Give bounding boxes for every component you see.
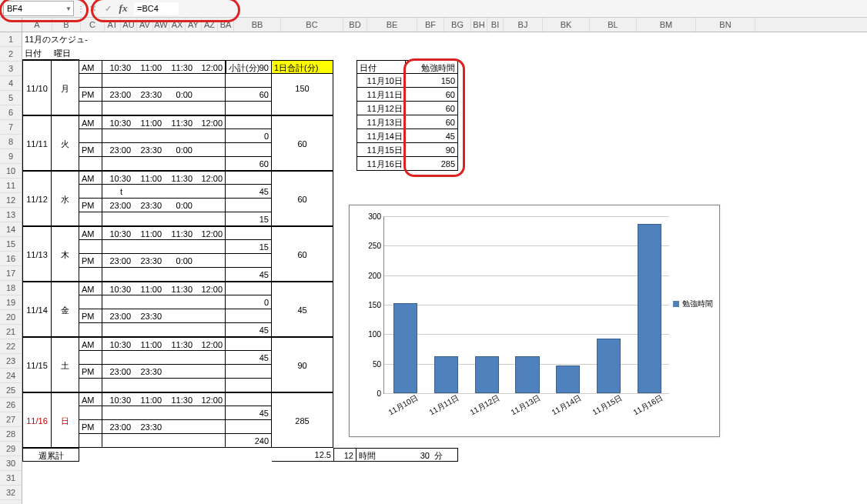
blank[interactable] bbox=[79, 212, 102, 226]
schedule-weekday[interactable]: 日 bbox=[52, 392, 79, 448]
blank[interactable] bbox=[210, 268, 226, 282]
am-time[interactable]: 11:00 bbox=[133, 115, 164, 129]
day-total[interactable]: 60 bbox=[272, 115, 333, 171]
column-header-BI[interactable]: BI bbox=[487, 18, 504, 32]
subtotal-cell[interactable]: 45 bbox=[226, 185, 272, 199]
am-time[interactable]: 11:30 bbox=[164, 115, 195, 129]
week-total-label[interactable]: 週累計 bbox=[22, 448, 79, 462]
blank[interactable]: t bbox=[118, 185, 133, 199]
blank[interactable] bbox=[118, 212, 133, 226]
blank[interactable] bbox=[102, 129, 118, 143]
sum-val[interactable]: 45 bbox=[406, 129, 458, 143]
blank[interactable] bbox=[79, 185, 102, 199]
column-header-BN[interactable]: BN bbox=[696, 18, 755, 32]
subtotal-cell[interactable]: 45 bbox=[226, 323, 272, 337]
blank[interactable] bbox=[118, 379, 133, 392]
subtotal-cell[interactable]: 90 bbox=[226, 60, 272, 74]
blank[interactable] bbox=[118, 102, 133, 115]
blank[interactable] bbox=[164, 323, 179, 337]
blank[interactable] bbox=[102, 212, 118, 226]
row-header-27[interactable]: 27 bbox=[0, 412, 22, 427]
blank[interactable] bbox=[179, 268, 195, 282]
confirm-icon[interactable]: ✓ bbox=[100, 2, 115, 15]
column-header-BK[interactable]: BK bbox=[543, 18, 590, 32]
row-header-16[interactable]: 16 bbox=[0, 252, 22, 266]
blank[interactable] bbox=[118, 157, 133, 171]
row-header-6[interactable]: 6 bbox=[0, 105, 22, 120]
blank[interactable] bbox=[210, 323, 226, 337]
blank[interactable] bbox=[195, 212, 210, 226]
blank[interactable] bbox=[133, 102, 149, 115]
row-header-20[interactable]: 20 bbox=[0, 310, 22, 325]
blank[interactable] bbox=[164, 212, 179, 226]
schedule-date[interactable]: 11/10 bbox=[22, 60, 52, 115]
pm-time[interactable]: 0:00 bbox=[164, 254, 195, 268]
week-hours-label[interactable]: 時間 bbox=[357, 448, 406, 462]
column-header-BA[interactable]: BA bbox=[218, 18, 234, 32]
blank[interactable] bbox=[179, 129, 195, 143]
subtotal-cell[interactable] bbox=[226, 171, 272, 185]
blank[interactable] bbox=[179, 379, 195, 392]
blank[interactable] bbox=[102, 102, 118, 115]
label-pm[interactable]: PM bbox=[79, 420, 102, 434]
am-time[interactable]: 11:00 bbox=[133, 226, 164, 240]
am-time[interactable]: 11:30 bbox=[164, 392, 195, 406]
column-header-BB[interactable]: BB bbox=[234, 18, 281, 32]
subtotal-cell[interactable]: 15 bbox=[226, 212, 272, 226]
hdr-date[interactable]: 日付 bbox=[22, 46, 52, 60]
blank[interactable] bbox=[195, 406, 210, 420]
blank[interactable] bbox=[102, 185, 118, 199]
row-header-3[interactable]: 3 bbox=[0, 62, 22, 76]
am-time[interactable]: 12:00 bbox=[195, 60, 226, 74]
label-am[interactable]: AM bbox=[79, 392, 102, 406]
blank[interactable] bbox=[179, 240, 195, 254]
chart-container[interactable]: 05010015020025030011月10日11月11日11月12日11月1… bbox=[349, 205, 720, 437]
blank[interactable] bbox=[79, 268, 102, 282]
label-am[interactable]: AM bbox=[79, 337, 102, 351]
row-header-24[interactable]: 24 bbox=[0, 369, 22, 383]
am-time[interactable]: 12:00 bbox=[195, 282, 226, 295]
column-header-BD[interactable]: BD bbox=[343, 18, 367, 32]
row-header-30[interactable]: 30 bbox=[0, 456, 22, 471]
pm-time[interactable] bbox=[195, 88, 226, 102]
blank[interactable] bbox=[195, 102, 210, 115]
blank[interactable] bbox=[79, 323, 102, 337]
blank[interactable] bbox=[133, 295, 149, 309]
subtotal-cell[interactable]: 15 bbox=[226, 240, 272, 254]
column-header-BF[interactable]: BF bbox=[417, 18, 444, 32]
row-header-32[interactable]: 32 bbox=[0, 486, 22, 500]
pm-time[interactable]: 23:00 bbox=[102, 199, 133, 212]
select-all-corner[interactable] bbox=[0, 18, 22, 32]
blank[interactable] bbox=[102, 351, 118, 365]
blank[interactable] bbox=[210, 240, 226, 254]
column-header-AT[interactable]: AT bbox=[105, 18, 121, 32]
subtotal-cell[interactable] bbox=[226, 282, 272, 295]
blank[interactable] bbox=[149, 379, 164, 392]
blank[interactable] bbox=[210, 434, 226, 448]
blank[interactable] bbox=[149, 323, 164, 337]
blank[interactable] bbox=[133, 268, 149, 282]
blank[interactable] bbox=[210, 185, 226, 199]
blank[interactable] bbox=[164, 295, 179, 309]
pm-time[interactable]: 0:00 bbox=[164, 88, 195, 102]
week-hours[interactable]: 12 bbox=[333, 448, 357, 462]
blank[interactable] bbox=[102, 434, 118, 448]
cancel-icon[interactable]: ✕ bbox=[85, 2, 100, 15]
row-header-26[interactable]: 26 bbox=[0, 398, 22, 412]
blank[interactable] bbox=[195, 240, 210, 254]
label-am[interactable]: AM bbox=[79, 60, 102, 74]
am-time[interactable]: 11:00 bbox=[133, 171, 164, 185]
blank[interactable] bbox=[149, 406, 164, 420]
chart-bar[interactable] bbox=[597, 339, 621, 393]
schedule-weekday[interactable]: 金 bbox=[52, 282, 79, 337]
name-box[interactable]: BF4 ▼ bbox=[3, 1, 74, 16]
column-header-BL[interactable]: BL bbox=[590, 18, 637, 32]
blank[interactable] bbox=[210, 74, 226, 88]
blank[interactable] bbox=[149, 351, 164, 365]
blank[interactable] bbox=[79, 240, 102, 254]
schedule-weekday[interactable]: 土 bbox=[52, 337, 79, 392]
am-time[interactable]: 11:00 bbox=[133, 282, 164, 295]
row-header-1[interactable]: 1 bbox=[0, 32, 22, 47]
name-box-dropdown-icon[interactable]: ▼ bbox=[65, 5, 72, 12]
subtotal-cell[interactable]: 0 bbox=[226, 295, 272, 309]
